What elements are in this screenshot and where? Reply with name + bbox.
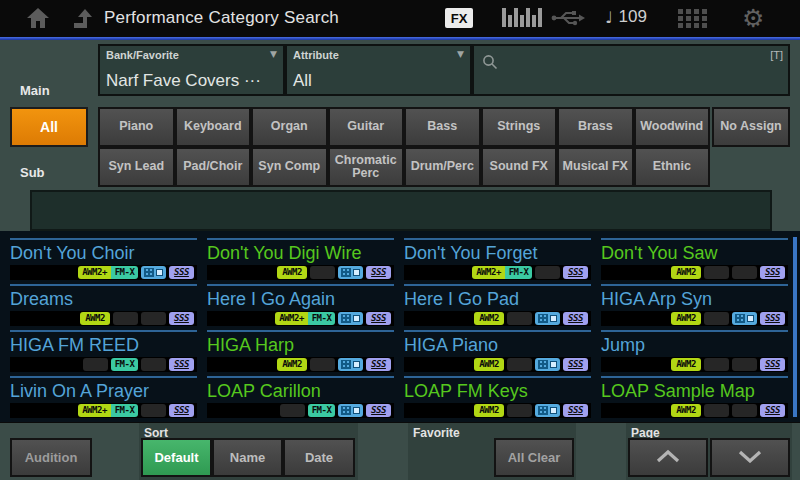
empty-badge-slot (732, 358, 757, 371)
list-scrollbar[interactable] (793, 237, 797, 417)
badge-bar: AWM2SSS (207, 357, 394, 372)
category-syn-lead-button[interactable]: Syn Lead (98, 147, 175, 187)
quarter-note-icon: ♩ (605, 8, 613, 27)
performance-item[interactable]: HIGA PianoAWM2SSS (404, 330, 591, 376)
category-keyboard-button[interactable]: Keyboard (175, 107, 252, 147)
performance-name: LOAP Sample Map (601, 379, 788, 403)
performance-item[interactable]: JumpAWM2SSS (601, 330, 788, 376)
awm2-badge: AWM2 (80, 312, 110, 325)
category-strings-button[interactable]: Strings (481, 107, 558, 147)
audition-button[interactable]: Audition (10, 438, 92, 477)
home-icon[interactable] (26, 7, 50, 33)
sort-date-button[interactable]: Date (283, 438, 355, 477)
exit-up-icon[interactable] (70, 7, 94, 33)
badge-bar: AWM2+FM-XSSS (207, 311, 394, 326)
tempo-display[interactable]: ♩ 109 (605, 7, 647, 27)
category-guitar-button[interactable]: Guitar (328, 107, 405, 147)
fx-indicator[interactable]: FX (445, 8, 473, 28)
motion-keyboard-icon (535, 404, 560, 417)
bottom-bar: Audition Sort Default Name Date Favorite… (0, 422, 800, 480)
fmx-badge: FM-X (505, 266, 532, 279)
category-organ-button[interactable]: Organ (251, 107, 328, 147)
performance-name: HIGA Piano (404, 333, 591, 357)
sss-badge: SSS (760, 312, 785, 325)
performance-name: HIGA Harp (207, 333, 394, 357)
performance-item[interactable]: LOAP Sample MapAWM2SSS (601, 376, 788, 422)
sss-badge: SSS (760, 404, 785, 417)
category-ethnic-button[interactable]: Ethnic (634, 147, 711, 187)
performance-item[interactable]: Don't You SawAWM2SSS (601, 238, 788, 284)
performance-item[interactable]: Don't You ChoirAWM2+FM-XSSS (10, 238, 197, 284)
motion-keyboard-icon (338, 358, 363, 371)
category-syn-comp-button[interactable]: Syn Comp (251, 147, 328, 187)
page-group: Page (626, 423, 792, 480)
keyboard-icon[interactable] (502, 8, 544, 32)
empty-badge-slot (507, 312, 532, 325)
category-bass-button[interactable]: Bass (404, 107, 481, 147)
category-row-2: Syn LeadPad/ChoirSyn CompChromatic PercD… (98, 147, 710, 187)
category-piano-button[interactable]: Piano (98, 107, 175, 147)
motion-keyboard-icon (141, 266, 166, 279)
performance-item[interactable]: HIGA HarpAWM2SSS (207, 330, 394, 376)
category-musical-fx-button[interactable]: Musical FX (557, 147, 634, 187)
empty-badge-slot (535, 266, 560, 279)
badge-bar: AWM2SSS (601, 403, 788, 418)
category-chromatic-perc-button[interactable]: Chromatic Perc (328, 147, 405, 187)
performance-item[interactable]: Here I Go PadAWM2SSS (404, 284, 591, 330)
attribute-select[interactable]: Attribute ▼ All (285, 44, 472, 96)
bank-favorite-select[interactable]: Bank/Favorite ▼ Narf Fave Covers ··· (98, 44, 285, 96)
attribute-value: All (293, 71, 312, 91)
dropdown-arrow-icon: ▼ (457, 49, 464, 59)
sort-default-button[interactable]: Default (141, 438, 212, 477)
bank-favorite-value: Narf Fave Covers ··· (106, 71, 261, 91)
performance-item[interactable]: HIGA Arp SynAWM2SSS (601, 284, 788, 330)
category-brass-button[interactable]: Brass (557, 107, 634, 147)
motion-keyboard-icon (338, 266, 363, 279)
favorite-all-clear-button[interactable]: All Clear (494, 438, 574, 477)
performance-item[interactable]: Livin On A PrayerAWM2+FM-XSSS (10, 376, 197, 422)
performance-name: Jump (601, 333, 788, 357)
motion-keyboard-icon (338, 404, 363, 417)
performance-item[interactable]: DreamsAWM2SSS (10, 284, 197, 330)
performance-item[interactable]: LOAP FM KeysAWM2SSS (404, 376, 591, 422)
category-drum-perc-button[interactable]: Drum/Perc (404, 147, 481, 187)
category-woodwind-button[interactable]: Woodwind (634, 107, 711, 147)
empty-badge-slot (141, 358, 166, 371)
empty-badge-slot (310, 266, 335, 279)
text-entry-hint: [T] (770, 49, 783, 61)
performance-name: Dreams (10, 287, 197, 311)
badge-bar: AWM2+FM-XSSS (10, 403, 197, 418)
empty-badge-slot (141, 404, 166, 417)
performance-name: Livin On A Prayer (10, 379, 197, 403)
performance-name: Here I Go Pad (404, 287, 591, 311)
performance-item[interactable]: Here I Go AgainAWM2+FM-XSSS (207, 284, 394, 330)
sss-badge: SSS (169, 312, 194, 325)
settings-gear-icon[interactable]: ⚙ (742, 2, 764, 35)
performance-name: Don't You Choir (10, 241, 197, 265)
performance-item[interactable]: Don't You Digi WireAWM2SSS (207, 238, 394, 284)
badge-bar: AWM2SSS (207, 265, 394, 280)
motion-keyboard-icon (338, 312, 363, 325)
performance-item[interactable]: HIGA FM REEDFM-XSSS (10, 330, 197, 376)
awm2-badge: AWM2 (671, 312, 701, 325)
fmx-badge: FM-X (308, 404, 335, 417)
awm2-badge: AWM2 (671, 358, 701, 371)
empty-badge-slot (704, 312, 729, 325)
awm2-badge: AWM2+ (78, 404, 111, 417)
performance-item[interactable]: Don't You ForgetAWM2+FM-XSSS (404, 238, 591, 284)
category-no-assign-button[interactable]: No Assign (712, 107, 790, 147)
empty-badge-slot (732, 404, 757, 417)
badge-bar: AWM2SSS (404, 403, 591, 418)
badge-bar: AWM2SSS (601, 265, 788, 280)
page-down-button[interactable] (710, 438, 790, 477)
sub-category-area (30, 190, 772, 231)
performance-item[interactable]: LOAP CarillonFM-XSSS (207, 376, 394, 422)
badge-bar: AWM2SSS (404, 311, 591, 326)
matrix-pads-icon[interactable] (678, 9, 708, 33)
category-sound-fx-button[interactable]: Sound FX (481, 147, 558, 187)
category-all-button[interactable]: All (10, 107, 88, 147)
page-up-button[interactable] (628, 438, 708, 477)
category-pad-choir-button[interactable]: Pad/Choir (175, 147, 252, 187)
sort-name-button[interactable]: Name (212, 438, 283, 477)
search-input[interactable]: [T] (472, 44, 790, 96)
